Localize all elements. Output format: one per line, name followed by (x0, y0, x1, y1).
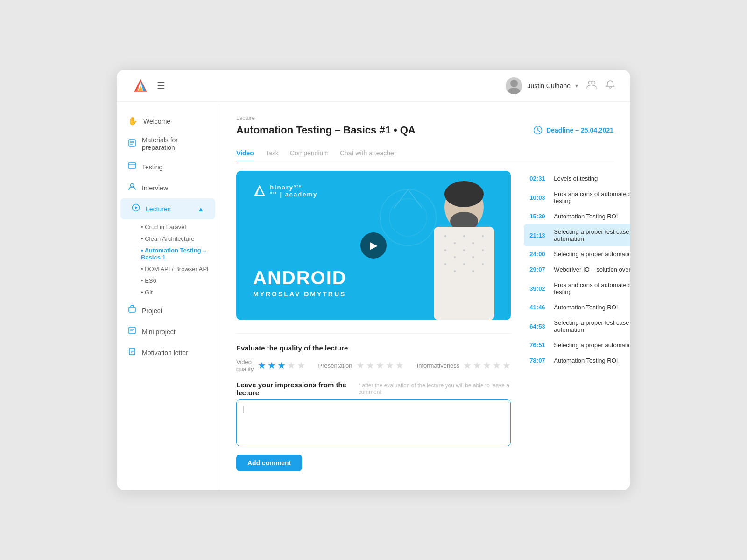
playlist-item-7[interactable]: 41:46 Automation Testing ROI (524, 300, 630, 315)
video-quality-label: Video quality (236, 358, 254, 372)
menu-icon[interactable]: ☰ (157, 80, 165, 91)
pstar-3[interactable]: ★ (376, 360, 384, 371)
star-5[interactable]: ★ (297, 360, 305, 371)
star-2[interactable]: ★ (268, 360, 276, 371)
motivation-icon (128, 347, 136, 358)
istar-1[interactable]: ★ (463, 360, 472, 371)
playlist-label-8: Selecting a proper test case for automat… (554, 319, 630, 333)
video-person (417, 171, 511, 320)
video-player[interactable]: binarystudit | academy ANDROID MYROSLAV … (236, 171, 511, 320)
app-window: ☰ Justin Culhane ▾ ✋ (117, 70, 630, 490)
istar-5[interactable]: ★ (502, 360, 511, 371)
svg-point-47 (454, 270, 456, 272)
istar-4[interactable]: ★ (493, 360, 501, 371)
body: ✋ Welcome Materials for preparation Test… (117, 102, 630, 490)
subitem-automation-basics[interactable]: • Automation Testing – Basics 1 (141, 245, 219, 263)
star-4[interactable]: ★ (287, 360, 296, 371)
informativeness-stars[interactable]: ★ ★ ★ ★ ★ (463, 360, 511, 371)
add-comment-button[interactable]: Add comment (236, 455, 302, 471)
interview-icon (128, 182, 136, 193)
sidebar-item-project[interactable]: Project (117, 300, 219, 321)
rating-row: Video quality ★ ★ ★ ★ ★ (236, 358, 511, 372)
tab-compendium[interactable]: Compendium (290, 146, 329, 161)
istar-2[interactable]: ★ (473, 360, 481, 371)
playlist-time-2: 15:39 (529, 213, 549, 220)
playlist-label-4: Selecting a proper automation tool (554, 251, 630, 258)
video-section: binarystudit | academy ANDROID MYROSLAV … (236, 171, 511, 471)
playlist-item-2[interactable]: 15:39 Automation Testing ROI (524, 209, 630, 224)
deadline-icon (533, 126, 543, 135)
playlist-label-0: Levels of testing (554, 175, 598, 182)
playlist-time-3: 21:13 (529, 232, 549, 239)
sidebar-item-interview[interactable]: Interview (117, 177, 219, 198)
sidebar-item-mini-project[interactable]: Mini project (117, 321, 219, 342)
presentation-group: Presentation ★ ★ ★ ★ ★ (318, 360, 404, 371)
svg-rect-17 (129, 307, 135, 312)
video-brand-icon (253, 184, 266, 197)
pstar-4[interactable]: ★ (386, 360, 394, 371)
svg-point-46 (444, 263, 446, 265)
svg-point-42 (454, 256, 456, 258)
sidebar-label-motivation: Motivation letter (142, 349, 188, 357)
user-info[interactable]: Justin Culhane ▾ (506, 77, 578, 94)
sidebar-item-lectures[interactable]: Lectures ▲ (120, 198, 215, 219)
svg-point-7 (592, 81, 595, 84)
playlist-time-1: 10:03 (529, 194, 549, 201)
star-1[interactable]: ★ (258, 360, 266, 371)
sidebar-item-motivation[interactable]: Motivation letter (117, 342, 219, 363)
sidebar-label-welcome: Welcome (143, 118, 170, 125)
playlist-item-6[interactable]: 39:02 Pros and cons of automated GUI tes… (524, 277, 630, 300)
subitem-es6[interactable]: • ES6 (141, 275, 219, 287)
svg-point-34 (444, 181, 484, 207)
tab-task[interactable]: Task (265, 146, 279, 161)
breadcrumb: Lecture (236, 115, 613, 121)
sidebar-label-mini-project: Mini project (142, 328, 176, 336)
sidebar-item-welcome[interactable]: ✋ Welcome (117, 111, 219, 131)
svg-point-6 (589, 81, 592, 84)
playlist-item-0[interactable]: 02:31 Levels of testing (524, 171, 630, 186)
subitem-crud[interactable]: • Crud in Laravel (141, 221, 219, 233)
rating-title: Evaluate the quality of the lecture (236, 344, 511, 352)
user-name: Justin Culhane (527, 82, 571, 90)
sidebar-item-materials[interactable]: Materials for preparation (117, 131, 219, 156)
pstar-5[interactable]: ★ (395, 360, 404, 371)
playlist-item-10[interactable]: 78:07 Automation Testing ROI (524, 353, 630, 368)
playlist-time-0: 02:31 (529, 175, 549, 182)
istar-3[interactable]: ★ (483, 360, 491, 371)
playlist-item-5[interactable]: 29:07 Webdriver IO – solution overview (524, 262, 630, 277)
playlist-time-10: 78:07 (529, 357, 549, 364)
video-quality-stars[interactable]: ★ ★ ★ ★ ★ (258, 360, 305, 371)
play-button[interactable]: ▶ (360, 232, 387, 259)
playlist: 02:31 Levels of testing 10:03 Pros ana c… (524, 171, 630, 471)
users-icon[interactable] (586, 79, 597, 92)
subitem-git[interactable]: • Git (141, 287, 219, 298)
tab-video[interactable]: Video (236, 146, 254, 161)
svg-rect-18 (129, 327, 135, 334)
subitem-clean-arch[interactable]: • Clean Architecture (141, 233, 219, 245)
playlist-item-9[interactable]: 76:51 Selecting a proper automation tool (524, 337, 630, 353)
star-3[interactable]: ★ (277, 360, 286, 371)
lectures-header-left: Lectures (132, 203, 171, 214)
impressions-title: Leave your impressions from the lecture (236, 381, 353, 397)
svg-rect-12 (128, 163, 136, 168)
notification-icon[interactable] (605, 79, 615, 92)
comment-input[interactable] (236, 399, 511, 446)
tab-chat[interactable]: Chat with a teacher (340, 146, 396, 161)
playlist-label-10: Automation Testing ROI (554, 357, 618, 364)
sidebar-item-testing[interactable]: Testing (117, 156, 219, 177)
impressions-hint: * after the evaluation of the lecture yo… (358, 382, 511, 395)
svg-point-38 (463, 235, 465, 237)
playlist-item-3[interactable]: 21:13 Selecting a proper test case for a… (524, 224, 630, 246)
playlist-item-4[interactable]: 24:00 Selecting a proper automation tool (524, 246, 630, 262)
playlist-item-1[interactable]: 10:03 Pros ana cons of automated GUI tes… (524, 186, 630, 209)
header-left: ☰ (132, 77, 165, 95)
sidebar-subitems: • Crud in Laravel • Clean Architecture •… (117, 219, 219, 300)
pstar-2[interactable]: ★ (366, 360, 374, 371)
playlist-item-8[interactable]: 64:53 Selecting a proper test case for a… (524, 315, 630, 337)
presentation-stars[interactable]: ★ ★ ★ ★ ★ (356, 360, 404, 371)
svg-rect-35 (434, 227, 494, 320)
subitem-dom-api[interactable]: • DOM API / Browser API (141, 263, 219, 275)
page-title: Automation Testing – Basics #1 • QA (236, 124, 416, 136)
sidebar: ✋ Welcome Materials for preparation Test… (117, 102, 219, 490)
pstar-1[interactable]: ★ (356, 360, 365, 371)
